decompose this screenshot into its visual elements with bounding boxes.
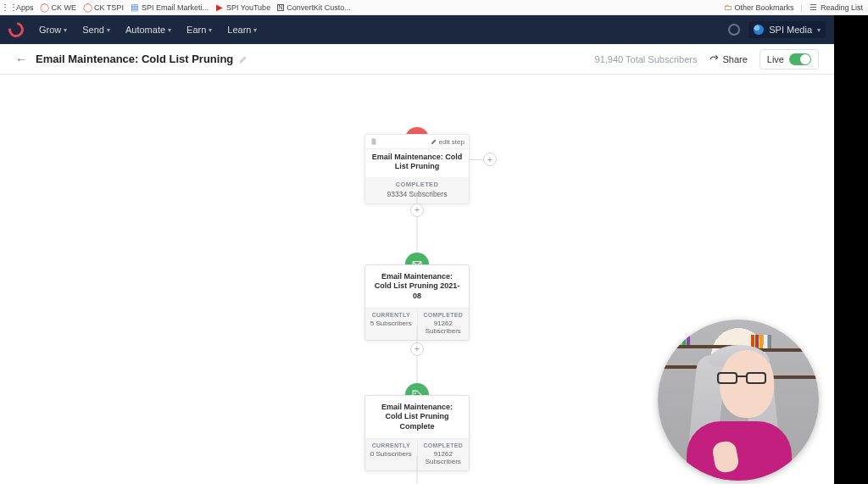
- step-title: Email Maintenance: Cold List Pruning Com…: [365, 396, 469, 439]
- edit-step-button[interactable]: edit step: [431, 138, 465, 146]
- chevron-down-icon: ▾: [253, 26, 257, 34]
- page-title-text: Email Maintenance: Cold List Pruning: [36, 53, 233, 65]
- share-button[interactable]: Share: [709, 54, 747, 64]
- nav-send[interactable]: Send▾: [82, 25, 110, 35]
- page-title: Email Maintenance: Cold List Pruning: [36, 53, 248, 65]
- live-toggle[interactable]: Live: [760, 49, 819, 70]
- nav-earn[interactable]: Earn▾: [186, 25, 212, 35]
- bookmark-label: Apps: [16, 3, 34, 12]
- ck-icon: ◯: [83, 3, 92, 12]
- trigger-title: Email Maintenance: Cold List Pruning: [365, 149, 469, 177]
- chevron-down-icon: ▾: [107, 26, 110, 34]
- completed-label: COMPLETED: [420, 312, 468, 318]
- nav-label: Learn: [227, 25, 251, 35]
- svg-point-1: [415, 392, 416, 394]
- bookmark-label: SPI YouTube: [226, 3, 270, 12]
- currently-label: CURRENTLY: [367, 312, 415, 318]
- bookmark-other[interactable]: 🗀Other Bookmarks: [724, 3, 794, 12]
- currently-label: CURRENTLY: [367, 442, 415, 448]
- share-icon: [709, 54, 719, 64]
- step-title: Email Maintenance: Cold List Pruning 202…: [365, 265, 469, 309]
- chevron-down-icon: ▾: [817, 26, 821, 34]
- toggle-switch-icon: [789, 53, 811, 65]
- account-menu[interactable]: SPI Media ▾: [748, 21, 826, 38]
- share-label: Share: [722, 54, 747, 64]
- completed-value: 91262 Subscribers: [420, 320, 468, 335]
- bookmark-readinglist[interactable]: ☰Reading List: [810, 3, 863, 12]
- globe-icon: [754, 25, 764, 35]
- completed-label: COMPLETED: [420, 442, 468, 448]
- chevron-down-icon: ▾: [64, 26, 67, 34]
- bookmark-spiyoutube[interactable]: ▶SPI YouTube: [215, 3, 270, 12]
- nav-learn[interactable]: Learn▾: [227, 25, 257, 35]
- live-label: Live: [767, 54, 784, 64]
- page-header-bar: ← Email Maintenance: Cold List Pruning 9…: [0, 44, 834, 75]
- app-top-nav: Grow▾ Send▾ Automate▾ Earn▾ Learn▾ SPI M…: [0, 15, 834, 44]
- notion-icon: N: [277, 4, 284, 11]
- document-icon: [370, 137, 378, 146]
- presenter-video-bubble: [658, 320, 819, 481]
- nav-label: Grow: [39, 25, 61, 35]
- currently-value: 0 Subscribers: [367, 450, 415, 458]
- bookmark-apps[interactable]: ⋮⋮Apps: [5, 3, 34, 12]
- bookmark-spiemail[interactable]: ▤SPI Email Marketi...: [131, 3, 209, 12]
- chevron-down-icon: ▾: [209, 26, 212, 34]
- nav-automate[interactable]: Automate▾: [125, 25, 171, 35]
- bookmark-label: Other Bookmarks: [735, 3, 794, 12]
- list-icon: ☰: [810, 3, 818, 12]
- nav-grow[interactable]: Grow▾: [39, 25, 67, 35]
- back-arrow-icon[interactable]: ←: [15, 53, 27, 66]
- nav-label: Automate: [125, 25, 165, 35]
- nav-label: Send: [82, 25, 104, 35]
- bookmark-ckcusto[interactable]: NConvertKit Custo...: [277, 3, 351, 12]
- bookmark-label: ConvertKit Custo...: [287, 3, 351, 12]
- bookmark-cktspi[interactable]: ◯CK TSPI: [83, 3, 124, 12]
- window-black-bar: [834, 15, 868, 484]
- bookmark-ckwe[interactable]: ◯CK WE: [41, 3, 77, 12]
- doc-icon: ▤: [131, 3, 139, 12]
- pencil-icon: [431, 138, 437, 145]
- trigger-status-label: COMPLETED: [365, 181, 469, 188]
- currently-value: 5 Subscribers: [367, 320, 415, 327]
- bookmark-label: CK TSPI: [94, 3, 124, 12]
- edit-step-label: edit step: [439, 138, 465, 146]
- account-name: SPI Media: [769, 25, 812, 35]
- add-branch-button[interactable]: +: [483, 153, 497, 166]
- bookmark-label: CK WE: [52, 3, 77, 12]
- bookmark-label: SPI Email Marketi...: [142, 3, 209, 12]
- add-step-button[interactable]: +: [410, 203, 424, 217]
- status-circle-icon[interactable]: [728, 24, 740, 36]
- chevron-down-icon: ▾: [168, 26, 171, 34]
- add-step-button[interactable]: +: [410, 342, 424, 356]
- nav-label: Earn: [186, 25, 206, 35]
- ck-icon: ◯: [41, 3, 49, 12]
- bookmark-label: Reading List: [821, 3, 863, 12]
- folder-icon: 🗀: [724, 3, 732, 12]
- trigger-card[interactable]: edit step Email Maintenance: Cold List P…: [364, 134, 470, 204]
- edit-pencil-icon[interactable]: [238, 54, 248, 64]
- convertkit-logo-icon[interactable]: [5, 19, 26, 40]
- total-subscribers: 91,940 Total Subscribers: [595, 54, 698, 64]
- connector-line: [417, 456, 418, 484]
- grid-icon: ⋮⋮: [5, 3, 14, 12]
- youtube-icon: ▶: [215, 3, 224, 12]
- browser-bookmarks-bar: ⋮⋮Apps ◯CK WE ◯CK TSPI ▤SPI Email Market…: [0, 0, 868, 15]
- completed-value: 91262 Subscribers: [420, 450, 468, 465]
